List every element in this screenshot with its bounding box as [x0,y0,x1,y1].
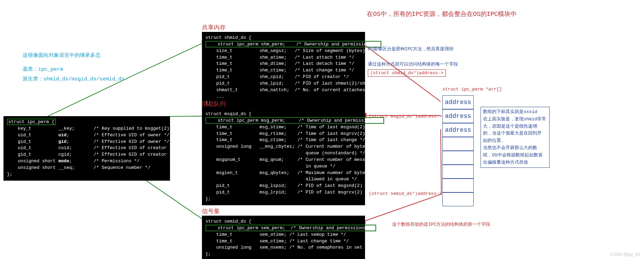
os-note-2: 通过这种方式就可以访问结构体的每一个字段 [368,61,458,67]
derived-label: 派生类： [23,76,43,82]
ipc-perm-cgid: gid_t cgid; /* Effective GID of creator … [7,152,175,157]
ipc-array: address address address [442,95,474,206]
arr-cell-4 [442,151,474,165]
ipc-perm-mode-pre: unsigned short [7,158,58,164]
sem-struct: struct semid_ds { struct ipc_perm sem_pe… [202,216,365,259]
arr-cell-5 [442,165,474,179]
shm-title: 共享内存 [202,24,226,32]
arr-cell-2: address [442,123,474,137]
shm-body: size_t shm_segsz; /* Size of segment (by… [205,48,390,106]
ipc-perm-gid: gid [58,139,66,144]
array-note-box: 数组的下标其实就是xxxid 在上面实验是，发现shmid非常 大，原因是这个是… [481,107,550,168]
shm-struct: struct shmid_ds { struct ipc_perm shm_pe… [202,32,365,109]
cast-msg: (struct msgid_ds*)address-> [369,114,442,119]
arr-cell-0: address [442,95,474,109]
inheritance-base: 基类：ipc_perm [23,66,63,72]
ipc-perm-key: key_t __key; /* Key supplied to msgget(2… [7,126,177,131]
ipc-perm-mode-post: ; /* Permissions */ [69,158,139,164]
watermark: CSDN @kpl_20 [610,252,640,257]
inheritance-derived: 派生类：shmid_ds/msgid_ds/semid_ds [23,76,125,82]
ipc-perm-mode: mode [58,158,69,164]
ipc-perm-gid-post: ; /* Effective GID of owner */ [67,139,169,144]
msg-struct: struct msqid_ds { struct ipc_perm msg_pe… [202,108,365,205]
os-note-1: OS能够区分是那种IPC方法，然后直接强转 [368,46,454,52]
shm-first-field: struct ipc_perm shm_perm; /* Ownership a… [205,41,381,48]
sem-first-field: struct ipc_perm sem_perm; /* Ownership a… [205,225,376,231]
cast-sem: (struct semid_ds*)address-> [369,191,442,196]
arr-cell-6 [442,179,474,192]
ipc-perm-seq: unsigned short __seq; /* Sequence number… [7,165,150,170]
ipc-perm-uid-post: ; /* Effective UID of owner */ [67,132,169,138]
shm-decl: struct shmid_ds { [205,35,252,40]
base-value: ipc_perm [38,67,63,72]
arr-cell-7 [442,192,474,206]
sem-decl: struct semid_ds { [205,219,252,224]
cast-shm: (struct shmid_ds*)address-> [368,69,446,77]
ipc-perm-gid-pre: gid_t [7,139,58,144]
page-title: 在OS中，所有的IPC资源，都会整合在OS的IPC模块中 [367,10,517,18]
msg-body: time_t msg_stime; /* Time of last msgsnd… [205,124,376,201]
ipc-perm-end: }; [7,172,12,177]
msg-decl: struct msqid_ds { [205,111,252,116]
base-label: 基类： [23,67,38,72]
ipc-perm-uid: uid [58,132,66,138]
arr-cell-1: address [442,109,474,123]
msg-title: 消息队列 [202,100,226,108]
inheritance-note-1: 这很像面向对象语言中的继承多态 [23,52,101,59]
array-bottom-note: 这个数组存放的是IPC方法的结构体的第一个字段 [392,221,490,227]
arr-cell-3 [442,137,474,151]
ipc-perm-uid-pre: uid_t [7,132,58,138]
ipc-perm-cuid: uid_t cuid; /* Effective UID of creator … [7,145,175,150]
ipc-perm-struct: struct ipc_perm { key_t __key; /* Key su… [3,116,170,181]
msg-first-field: struct ipc_perm msg_perm; /* Ownership a… [205,117,384,124]
sem-title: 信号量 [202,207,220,215]
ipc-perm-decl: struct ipc_perm { [7,119,56,125]
derived-value: shmid_ds/msgid_ds/semid_ds [43,76,125,82]
arr-decl: struct ipc_perm *arr[] [442,87,502,92]
sem-body: time_t sem_otime; /* Last semop time */ … [205,232,371,257]
